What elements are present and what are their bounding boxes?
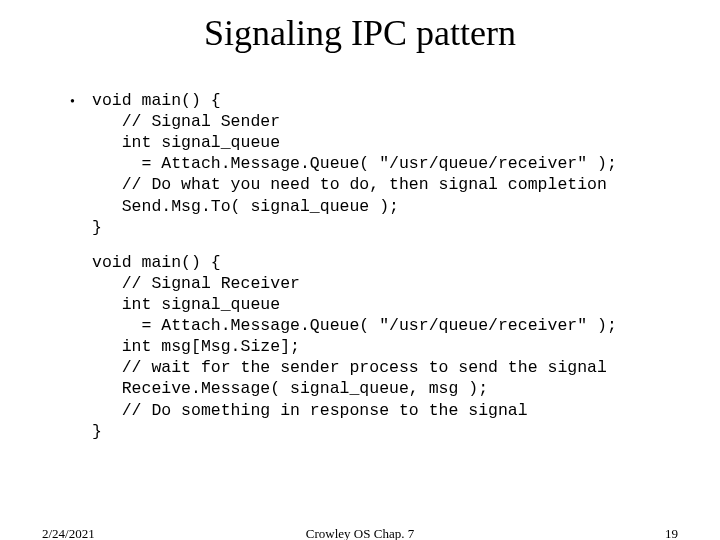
bullet-spacer <box>70 252 92 253</box>
footer-page: 19 <box>665 526 678 540</box>
slide-body: • void main() { // Signal Sender int sig… <box>0 62 720 442</box>
bullet-dot-icon: • <box>70 90 92 113</box>
bullet-item: void main() { // Signal Receiver int sig… <box>70 252 690 442</box>
code-block-receiver: void main() { // Signal Receiver int sig… <box>92 252 617 442</box>
code-block-sender: void main() { // Signal Sender int signa… <box>92 90 617 238</box>
spacer <box>70 238 690 252</box>
footer-center: Crowley OS Chap. 7 <box>0 526 720 540</box>
bullet-item: • void main() { // Signal Sender int sig… <box>70 90 690 238</box>
slide: Signaling IPC pattern • void main() { //… <box>0 0 720 540</box>
slide-title: Signaling IPC pattern <box>0 0 720 62</box>
